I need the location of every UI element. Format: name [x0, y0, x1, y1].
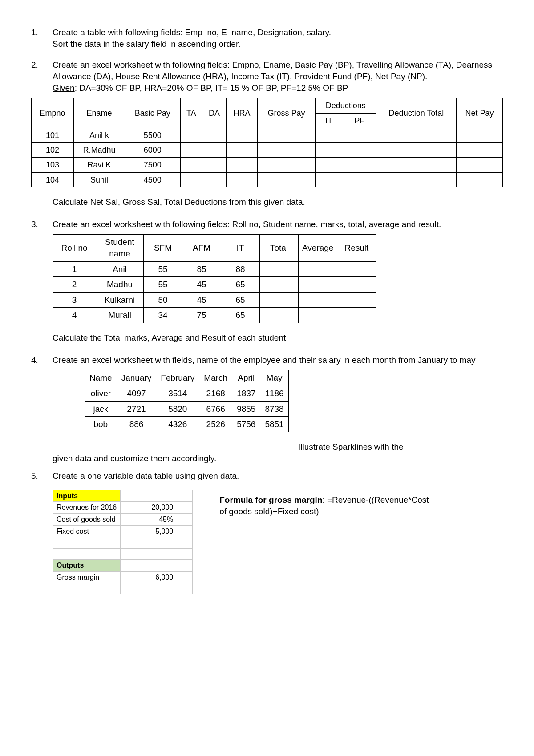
cell-mar: 2526 — [199, 417, 232, 432]
cell-b — [121, 490, 177, 502]
table-row: 2 Madhu 55 45 65 — [53, 277, 376, 293]
q4-h-name: Name — [85, 370, 117, 386]
cell-a: Fixed cost — [53, 525, 121, 537]
cell-np — [457, 158, 503, 172]
question-2: 2. Create an excel worksheet with follow… — [31, 59, 503, 93]
cell-roll: 2 — [53, 277, 96, 293]
cell-name: bob — [85, 417, 117, 432]
q2-number: 2. — [31, 59, 53, 93]
cell-may: 1186 — [260, 386, 288, 402]
cell-mar: 6766 — [199, 401, 232, 417]
cell-a — [53, 537, 121, 549]
q4-h-jan: January — [117, 370, 156, 386]
cell-dt — [376, 128, 456, 142]
cell-roll: 1 — [53, 261, 96, 277]
q4-trail2: given data and customize them accordingl… — [53, 453, 503, 464]
cell-total — [260, 277, 299, 293]
q2-h-hra: HRA — [226, 98, 257, 128]
cell-ta — [180, 172, 202, 187]
table-row: Revenues for 2016 20,000 — [53, 502, 193, 514]
question-4: 4. Create an excel worksheet with fields… — [31, 354, 503, 366]
cell-afm: 85 — [182, 261, 221, 277]
cell-c — [177, 525, 193, 537]
cell-c — [177, 560, 193, 572]
cell-gp — [258, 128, 315, 142]
q5-number: 5. — [31, 470, 53, 482]
cell-feb: 4326 — [156, 417, 199, 432]
cell-it — [315, 172, 343, 187]
cell-it — [315, 128, 343, 142]
cell-avg — [299, 308, 337, 323]
q5-excel-table: Inputs Revenues for 2016 20,000 Cost of … — [53, 490, 193, 595]
q4-h-apr: April — [232, 370, 260, 386]
cell-dt — [376, 172, 456, 187]
q3-line1: Create an excel worksheet with following… — [53, 219, 503, 230]
cell-avg — [299, 292, 337, 308]
table-row — [53, 549, 193, 560]
cell-avg — [299, 261, 337, 277]
cell-afm: 45 — [182, 277, 221, 293]
table-row: Inputs — [53, 490, 193, 502]
cell-empno: 103 — [32, 158, 74, 172]
cell-total — [260, 261, 299, 277]
cell-feb: 3514 — [156, 386, 199, 402]
table-row: Outputs — [53, 560, 193, 572]
cell-b — [121, 583, 177, 594]
cell-a: Revenues for 2016 — [53, 502, 121, 514]
cell-c — [177, 514, 193, 526]
cell-a: Gross margin — [53, 571, 121, 583]
cell-ename: Anil k — [73, 128, 125, 142]
cell-np — [457, 143, 503, 158]
cell-b — [121, 537, 177, 549]
cell-a: Outputs — [53, 560, 121, 572]
cell-empno: 104 — [32, 172, 74, 187]
cell-b: 5,000 — [121, 525, 177, 537]
cell-name: Madhu — [96, 277, 144, 293]
cell-sfm: 50 — [144, 292, 182, 308]
cell-sfm: 55 — [144, 277, 182, 293]
q3-h-afm: AFM — [182, 235, 221, 261]
q1-line1: Create a table with following fields: Em… — [53, 27, 503, 38]
cell-da — [202, 128, 227, 142]
q1-number: 1. — [31, 27, 53, 49]
q3-number: 3. — [31, 219, 53, 230]
cell-pf — [343, 143, 376, 158]
cell-ta — [180, 128, 202, 142]
cell-dt — [376, 143, 456, 158]
cell-hra — [226, 128, 257, 142]
table-row: 103 Ravi K 7500 — [32, 158, 503, 172]
cell-ename: Sunil — [73, 172, 125, 187]
q2-h-bp: Basic Pay — [125, 98, 180, 128]
cell-b — [121, 560, 177, 572]
q2-h-empno: Empno — [32, 98, 74, 128]
cell-c — [177, 571, 193, 583]
cell-ta — [180, 143, 202, 158]
cell-ta — [180, 158, 202, 172]
q2-h-ename: Ename — [73, 98, 125, 128]
cell-a — [53, 549, 121, 560]
q2-h-net: Net Pay — [457, 98, 503, 128]
cell-it: 65 — [221, 308, 260, 323]
cell-res — [337, 308, 376, 323]
cell-res — [337, 261, 376, 277]
cell-sfm: 55 — [144, 261, 182, 277]
cell-c — [177, 583, 193, 594]
table-row: 3 Kulkarni 50 45 65 — [53, 292, 376, 308]
question-5: 5. Create a one variable data table usin… — [31, 470, 503, 482]
table-row — [53, 537, 193, 549]
cell-da — [202, 143, 227, 158]
cell-name: oliver — [85, 386, 117, 402]
q2-h-gross: Gross Pay — [258, 98, 315, 128]
q2-after: Calculate Net Sal, Gross Sal, Total Dedu… — [53, 196, 503, 208]
q4-h-mar: March — [199, 370, 232, 386]
table-row — [53, 583, 193, 594]
cell-sfm: 34 — [144, 308, 182, 323]
cell-a — [53, 583, 121, 594]
cell-bp: 7500 — [125, 158, 180, 172]
q3-h-it: IT — [221, 235, 260, 261]
q4-number: 4. — [31, 354, 53, 366]
table-row: Gross margin 6,000 — [53, 571, 193, 583]
q2-line1: Create an excel worksheet with following… — [53, 59, 503, 82]
cell-b — [121, 549, 177, 560]
cell-np — [457, 128, 503, 142]
